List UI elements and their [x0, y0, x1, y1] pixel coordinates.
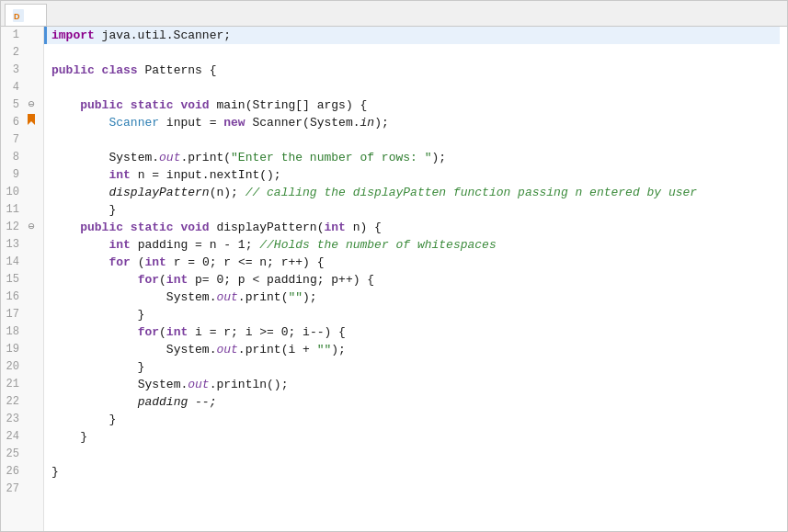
code-line: for(int p= 0; p < padding; p++) {	[51, 271, 780, 289]
token: (	[159, 323, 166, 341]
code-area: 12345⊖6789101112⊖13141516171819202122232…	[1, 27, 787, 531]
token: padding = n - 1;	[138, 236, 260, 254]
code-line: System.out.print("Enter the number of ro…	[51, 149, 780, 166]
line-indicator[interactable]: ⊖	[25, 219, 38, 236]
token: class	[102, 62, 145, 79]
code-line: }	[51, 201, 780, 219]
line-number: 27	[1, 481, 25, 498]
gutter-row: 1	[1, 27, 38, 44]
token	[51, 289, 166, 306]
token: System.	[166, 289, 217, 306]
code-line: System.out.print(i + "");	[51, 341, 780, 358]
token	[51, 341, 166, 358]
code-content[interactable]: import java.util.Scanner; public class P…	[44, 27, 787, 531]
java-file-icon: D	[13, 9, 24, 22]
line-gutter: 12345⊖6789101112⊖13141516171819202122232…	[1, 27, 44, 531]
code-line	[51, 79, 780, 96]
gutter-row: 27	[1, 481, 38, 498]
code-line: public class Patterns {	[51, 62, 780, 79]
gutter-row: 14	[1, 254, 38, 271]
line-number: 19	[1, 341, 25, 358]
line-number: 8	[1, 149, 25, 166]
token: void	[180, 219, 216, 236]
gutter-row: 12⊖	[1, 219, 38, 236]
line-number: 13	[1, 236, 25, 254]
code-line: int n = input.nextInt();	[51, 166, 780, 184]
token: (	[138, 254, 145, 271]
line-number: 16	[1, 289, 25, 306]
token: System.	[108, 149, 159, 166]
code-line: import java.util.Scanner;	[44, 27, 780, 44]
line-number: 3	[1, 62, 25, 79]
gutter-row: 5⊖	[1, 96, 38, 114]
code-line: System.out.print("");	[51, 289, 780, 306]
token	[51, 271, 138, 289]
token	[51, 114, 108, 131]
token	[51, 254, 108, 271]
line-indicator[interactable]: ⊖	[25, 96, 38, 114]
line-number: 17	[1, 306, 25, 323]
token: static	[131, 96, 181, 114]
code-line: displayPattern(n); // calling the displa…	[51, 184, 780, 201]
line-number: 21	[1, 376, 25, 393]
token	[51, 219, 80, 236]
token: int	[324, 219, 352, 236]
line-indicator[interactable]	[25, 114, 38, 125]
code-line: int padding = n - 1; //Holds the number …	[51, 236, 780, 254]
token: java.util.Scanner	[102, 27, 224, 44]
token: (String[] args) {	[246, 96, 368, 114]
token: out	[159, 149, 180, 166]
token: ""	[288, 289, 303, 306]
gutter-row: 18	[1, 323, 38, 341]
token: =	[210, 114, 224, 131]
line-number: 12	[1, 219, 25, 236]
token: "Enter the number of rows: "	[231, 149, 431, 166]
line-number: 9	[1, 166, 25, 184]
gutter-row: 10	[1, 184, 38, 201]
code-line: padding --;	[51, 393, 780, 411]
token: void	[180, 96, 216, 114]
code-line: System.out.println();	[51, 376, 780, 393]
token: out	[216, 289, 237, 306]
code-line: public static void displayPattern(int n)…	[51, 219, 780, 236]
gutter-row: 19	[1, 341, 38, 358]
token: (n);	[210, 184, 246, 201]
token: public	[80, 219, 131, 236]
line-number: 1	[1, 27, 25, 44]
token: r = 0; r <= n; r++) {	[174, 254, 325, 271]
token: import	[51, 27, 102, 44]
token: .print(i +	[238, 341, 317, 358]
token: n = input.nextInt();	[138, 166, 281, 184]
editor-tab[interactable]: D	[5, 4, 47, 26]
token: }	[51, 411, 116, 428]
token: }	[51, 358, 144, 376]
token: ;	[223, 27, 231, 44]
token: i = r; i >= 0; i--) {	[195, 323, 346, 341]
code-line: }	[51, 463, 780, 481]
gutter-row: 7	[1, 131, 38, 149]
code-line: }	[51, 306, 780, 323]
token: .print(	[238, 289, 289, 306]
line-number: 11	[1, 201, 25, 219]
gutter-row: 4	[1, 79, 38, 96]
token: );	[431, 149, 446, 166]
gutter-row: 24	[1, 428, 38, 446]
token: }	[51, 428, 87, 446]
token: }	[51, 463, 59, 481]
token: for	[138, 271, 159, 289]
line-number: 23	[1, 411, 25, 428]
token: int	[166, 271, 195, 289]
token: }	[51, 306, 144, 323]
token: (	[159, 271, 166, 289]
line-number: 10	[1, 184, 25, 201]
token	[51, 376, 138, 393]
token: }	[51, 201, 116, 219]
svg-marker-2	[28, 114, 35, 125]
token: public	[80, 96, 131, 114]
line-number: 14	[1, 254, 25, 271]
token: padding --;	[138, 393, 217, 411]
gutter-row: 11	[1, 201, 38, 219]
token: static	[131, 219, 181, 236]
line-number: 2	[1, 44, 25, 62]
gutter-row: 6	[1, 114, 38, 131]
